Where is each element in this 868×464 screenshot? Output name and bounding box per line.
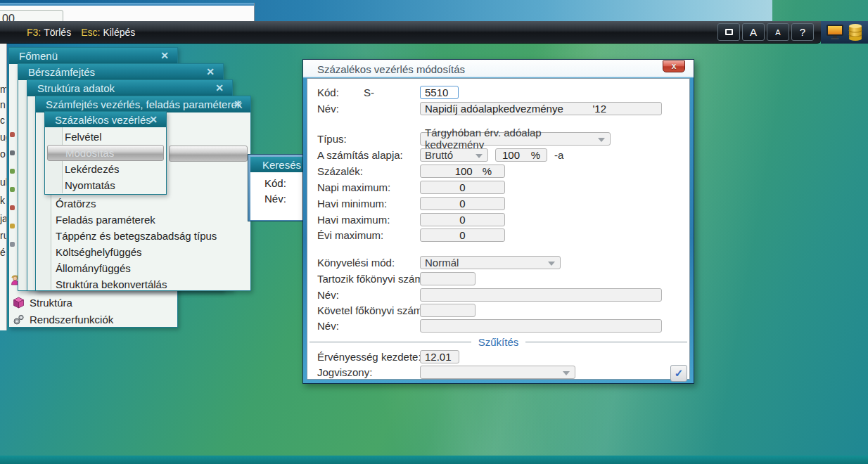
cube-icon [13,297,25,309]
napi-maximum-label: Napi maximum: [317,181,420,193]
menu-titlebar[interactable]: Bérszámfejtés ✕ [18,64,223,80]
konyvelesi-mod-dropdown[interactable]: Normál [420,256,561,269]
menu-titlebar[interactable]: Százalékos vezérlés ✕ [45,112,166,127]
search-window: Keresés Kód: Név: [248,154,308,221]
shortcut-key: F3: [27,27,41,38]
background-window-titlebar [0,3,254,6]
kovetel-fokonyvi-field[interactable] [420,304,476,317]
system-tray [821,21,868,44]
close-icon[interactable]: ✕ [231,98,244,110]
tipus-label: Típus: [317,133,420,145]
dialog-titlebar[interactable]: Százalékos vezérlés módosítás [303,60,694,78]
text-fragment: c [0,115,5,125]
menu-item-feladas-parameterek[interactable]: Feladás paraméterek [37,212,250,228]
menu-title-label: Struktúra adatok [37,82,115,94]
shortcut-label: Kilépés [103,27,135,38]
database-icon[interactable] [848,23,863,41]
shortcut-f3-torles[interactable]: F3: Törlés [27,27,71,38]
szazalek-label: Százalék: [317,165,420,177]
szamitas-percent-field[interactable]: 100 % [495,148,547,162]
font-decrease-button[interactable]: A [767,23,789,41]
close-icon[interactable]: ✕ [158,49,171,62]
shortcut-key: Esc: [81,27,100,38]
menu-title-label: Főmenü [19,50,58,62]
tartozik-fokonyvi-field[interactable] [420,272,476,285]
kod-prefix: S- [364,86,420,98]
tartozik-nev-label: Név: [317,289,420,301]
menu-item-rendszerfunkciok[interactable]: Rendszerfunkciók [11,311,113,328]
maximize-button[interactable] [717,23,740,41]
szamitas-percent-value: 100 [502,149,520,161]
font-increase-button[interactable]: A [742,23,765,41]
text-fragment: n [0,100,6,110]
text-fragment: ul [0,177,7,187]
dialog-szazalekos-vezerles-modositas: Százalékos vezérlés módosítás x Kód: S- … [302,59,694,384]
szazalek-unit: % [483,165,492,177]
text-fragment: ja [0,214,7,224]
menu-item-label: Struktúra [30,297,72,309]
napi-maximum-field[interactable]: 0 [420,181,505,194]
szazalek-field[interactable]: 100 % [420,165,505,178]
nev-year: '12 [592,103,606,115]
search-window-titlebar[interactable]: Keresés [250,157,305,172]
menu-item-tappenz[interactable]: Táppénz és betegszabadság típus [37,228,250,244]
menu-item-modositas-selected[interactable]: Módosítás [47,145,164,161]
gutter-icon [10,150,15,155]
help-button[interactable]: ? [791,23,814,41]
menu-item-lekerdezes[interactable]: Lekérdezés [46,161,165,177]
szamitas-alapja-value: Bruttó [425,149,453,161]
szamitas-alapja-dropdown[interactable]: Bruttó [420,148,488,162]
tartozik-nev-field[interactable] [420,288,662,302]
gutter-icon [10,224,15,228]
szamitas-suffix: -a [554,149,563,161]
jogviszony-dropdown[interactable] [420,366,575,379]
shortcut-label: Törlés [44,27,71,38]
szukites-label: Szűkítés [471,336,526,348]
menu-item-koltseghelyfugges[interactable]: Költséghelyfüggés [37,244,250,260]
kovetel-fokonyvi-label: Követel főkönyvi szám: [317,304,420,316]
ervenyesseg-field[interactable]: 12.01 [420,350,459,363]
close-button[interactable]: x [663,60,685,72]
havi-maximum-field[interactable]: 0 [420,213,505,226]
text-fragment: m [0,84,7,94]
havi-minimum-field[interactable]: 0 [420,197,505,210]
kovetel-nev-field[interactable] [420,319,662,333]
text-fragment: ug [0,132,7,142]
menu-item-nyomtatas[interactable]: Nyomtatás [46,177,165,193]
menu-item-struktura[interactable]: Struktúra [11,294,72,311]
nev-label: Név: [317,103,420,115]
dialog-title-label: Százalékos vezérlés módosítás [317,63,465,75]
szamitas-percent-unit: % [531,149,540,161]
menu-item-struktura-bekonvertalas[interactable]: Struktúra bekonvertálás [37,276,250,292]
nev-value: Napidíj adóalapkedvezménye [425,103,563,115]
jogviszony-label: Jogviszony: [317,366,420,378]
menu-titlebar[interactable]: Számfejtés vezérlés, feladás paraméterek… [36,96,250,112]
menu-item-allomanyfugges[interactable]: Állományfüggés [37,260,250,276]
szukites-divider: Szűkítés [309,336,687,347]
text-fragment: o [0,149,6,159]
nev-field[interactable]: Napidíj adóalapkedvezménye '12 [420,102,662,115]
szamitas-alapja-label: A számítás alapja: [317,149,420,161]
tipus-dropdown[interactable]: Tárgyhóban érv. adóalap kedvezmény [420,132,611,146]
close-icon[interactable]: ✕ [204,65,217,78]
menu-titlebar[interactable]: Struktúra adatok ✕ [27,80,232,96]
shortcut-esc-kilepes[interactable]: Esc: Kilépés [81,27,135,38]
konyvelesi-mod-value: Normál [425,257,459,269]
evi-maximum-field[interactable]: 0 [420,228,505,242]
close-icon[interactable]: ✕ [147,113,160,126]
kod-label: Kód: [317,86,364,98]
shortcut-toolbar: F3: Törlés Esc: Kilépés A A ? [0,21,821,44]
gutter-icon [10,132,15,137]
close-icon[interactable]: ✕ [213,82,226,94]
gutter-icon [10,205,15,210]
text-fragment: ru [0,231,7,240]
menu-item-felvetel[interactable]: Felvétel [46,129,165,145]
gutter-icon [10,187,15,192]
menu-titlebar[interactable]: Főmenü ✕ [9,48,177,64]
monitor-icon[interactable] [826,24,844,41]
gutter-icon [10,242,15,247]
confirm-button[interactable]: ✓ [670,365,687,382]
kod-input[interactable]: 5510 [420,86,459,99]
text-fragment: é [0,247,6,257]
menu-item-oratorzs[interactable]: Óratörzs [37,195,250,212]
